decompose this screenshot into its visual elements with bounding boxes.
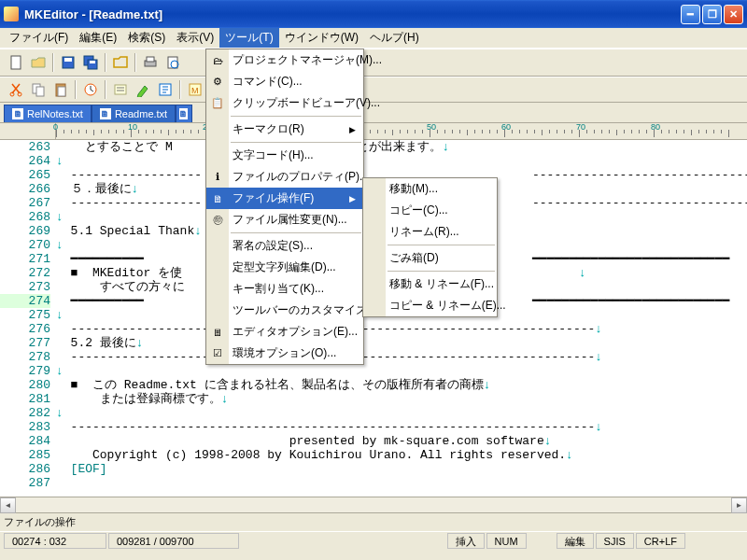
status-position: 00274 : 032 <box>4 533 106 549</box>
svg-rect-8 <box>168 57 177 68</box>
menu-file-properties[interactable]: ℹファイルのプロパティ(P)... <box>206 166 363 188</box>
save-button[interactable] <box>58 52 78 73</box>
h-scrollbar[interactable]: ◄ ► <box>0 497 747 512</box>
submenu-trash[interactable]: ごみ箱(D) <box>363 247 497 269</box>
ruler: 01020304050607080 <box>0 123 747 140</box>
status-mode: 編集 <box>557 533 594 549</box>
gear-icon: ⚙ <box>210 75 225 90</box>
menu-toolbar-customize[interactable]: ツールバーのカスタマイズ(T)... <box>206 300 363 321</box>
maximize-button[interactable]: ❐ <box>702 5 722 24</box>
menu-keymacro[interactable]: キーマクロ(R)▶ <box>206 119 363 140</box>
svg-rect-5 <box>90 61 95 63</box>
save-all-button[interactable] <box>80 52 101 73</box>
menu-view[interactable]: 表示(V) <box>171 28 219 48</box>
svg-rect-13 <box>36 87 44 96</box>
file-op-submenu: 移動(M)... コピー(C)... リネーム(R)... ごみ箱(D) 移動 … <box>362 177 498 317</box>
app-icon <box>4 7 19 21</box>
svg-rect-0 <box>11 56 21 69</box>
menu-window[interactable]: ウインドウ(W) <box>279 28 364 48</box>
submenu-move[interactable]: 移動(M)... <box>363 178 497 200</box>
menu-fixed-strings[interactable]: 定型文字列編集(D)... <box>206 257 363 278</box>
svg-text:M: M <box>191 86 199 95</box>
folder-icon: 🗁 <box>210 53 225 68</box>
tab-extra[interactable]: 🗎 <box>176 105 192 122</box>
window-title: MKEditor - [Readme.txt] <box>22 7 681 21</box>
timestamp-button[interactable] <box>80 79 101 100</box>
copy-button[interactable] <box>28 79 49 100</box>
open-file-button[interactable] <box>28 52 49 73</box>
macro-button[interactable]: M <box>185 79 205 100</box>
check-icon: ☑ <box>210 346 225 361</box>
menu-help[interactable]: ヘルプ(H) <box>364 28 425 48</box>
document-icon: 🗎 <box>179 108 188 119</box>
bookmark-button[interactable] <box>155 79 176 100</box>
submenu-move-rename[interactable]: 移動 & リネーム(F)... <box>363 273 497 295</box>
submenu-rename[interactable]: リネーム(R)... <box>363 221 497 243</box>
print-button[interactable] <box>140 52 161 73</box>
open-folder-button[interactable] <box>110 52 131 73</box>
document-icon: 🗎 <box>12 108 23 119</box>
status-numlock: NUM <box>486 533 527 549</box>
close-button[interactable]: ✕ <box>724 5 743 24</box>
menu-search[interactable]: 検索(S) <box>122 28 171 48</box>
svg-rect-15 <box>58 87 65 96</box>
cut-button[interactable] <box>6 79 26 100</box>
status-filepos: 009281 / 009700 <box>108 533 239 549</box>
svg-rect-7 <box>147 57 154 62</box>
document-icon: 🗎 <box>210 191 225 206</box>
statusbar-main: 00274 : 032 009281 / 009700 挿入 NUM 編集 SJ… <box>0 531 747 550</box>
clipboard-icon: 📋 <box>210 96 225 111</box>
menu-command[interactable]: ⚙コマンド(C)... <box>206 71 363 92</box>
svg-rect-17 <box>115 85 126 94</box>
menu-charcode[interactable]: 文字コード(H)... <box>206 145 363 166</box>
menu-tools[interactable]: ツール(T) <box>219 28 278 48</box>
document-icon: 🗎 <box>100 108 111 119</box>
menu-project-manager[interactable]: 🗁プロジェクトマネージャ(M)... <box>206 49 363 71</box>
line-gutter: 2632642652662672682692702712722732742752… <box>0 140 56 490</box>
info-icon: ℹ <box>210 170 225 185</box>
tab-readme[interactable]: 🗎Readme.txt <box>92 105 176 122</box>
menu-clipboard-viewer[interactable]: 📋クリップボードビューア(V)... <box>206 92 363 114</box>
print-preview-button[interactable] <box>162 52 183 73</box>
menu-edit[interactable]: 編集(E) <box>74 28 122 48</box>
titlebar: MKEditor - [Readme.txt] ━ ❐ ✕ <box>0 0 747 28</box>
menu-editor-options[interactable]: 🗏エディタオプション(E)... <box>206 321 363 343</box>
menubar: ファイル(F) 編集(E) 検索(S) 表示(V) ツール(T) ウインドウ(W… <box>0 28 747 49</box>
menu-file-operations[interactable]: 🗎ファイル操作(F)▶ <box>206 188 363 209</box>
status-insert: 挿入 <box>447 533 485 549</box>
menu-key-assign[interactable]: キー割り当て(K)... <box>206 278 363 300</box>
minimize-button[interactable]: ━ <box>681 5 700 24</box>
menu-signature-settings[interactable]: 署名の設定(S)... <box>206 235 363 257</box>
menu-env-options[interactable]: ☑環境オプション(O)... <box>206 343 363 364</box>
highlight-button[interactable] <box>133 79 153 100</box>
scroll-track[interactable] <box>16 497 731 512</box>
svg-rect-2 <box>64 58 72 62</box>
new-file-button[interactable] <box>6 52 26 73</box>
status-eol: CR+LF <box>636 533 685 549</box>
tools-dropdown: 🗁プロジェクトマネージャ(M)... ⚙コマンド(C)... 📋クリップボードビ… <box>205 49 364 365</box>
submenu-copy-rename[interactable]: コピー & リネーム(E)... <box>363 295 497 316</box>
scroll-left-button[interactable]: ◄ <box>0 497 16 513</box>
menu-file[interactable]: ファイル(F) <box>4 28 74 48</box>
status-encoding: SJIS <box>596 533 634 549</box>
page-icon: 🗏 <box>210 325 225 340</box>
paste-button[interactable] <box>50 79 71 100</box>
status-hint-text: ファイルの操作 <box>4 515 76 529</box>
menu-file-attributes[interactable]: ㊞ファイル属性変更(N)... <box>206 209 363 231</box>
statusbar-hint: ファイルの操作 <box>0 512 747 531</box>
find-button[interactable] <box>110 79 131 100</box>
scroll-right-button[interactable]: ► <box>731 497 747 513</box>
submenu-copy[interactable]: コピー(C)... <box>363 200 497 221</box>
tab-relnotes[interactable]: 🗎RelNotes.txt <box>4 105 92 122</box>
seal-icon: ㊞ <box>210 213 225 228</box>
